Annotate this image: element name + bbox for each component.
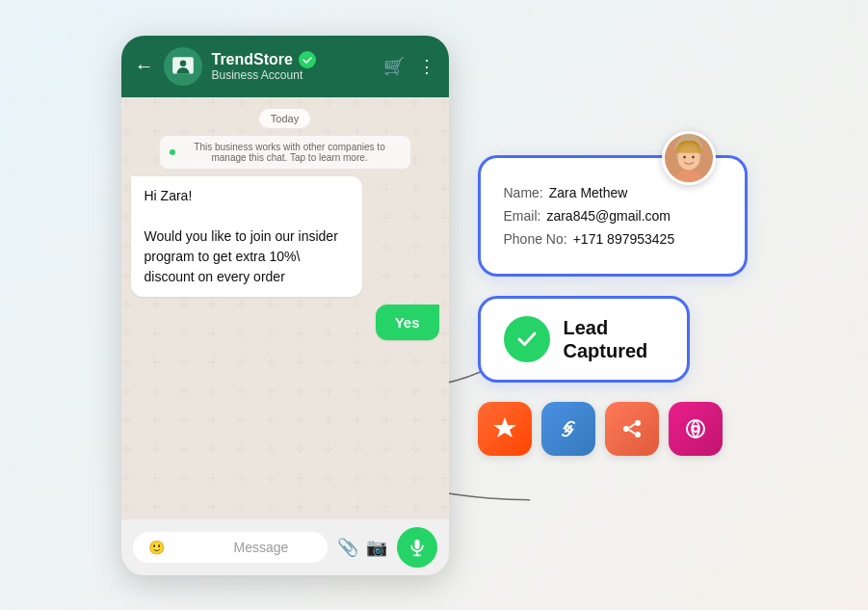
header-info: TrendStore Business Account bbox=[212, 51, 374, 82]
incoming-message: Hi Zara!Would you like to join our insid… bbox=[131, 176, 362, 297]
header-icons: 🛒 ⋮ bbox=[383, 56, 435, 77]
lead-captured-card: LeadCaptured bbox=[478, 296, 690, 383]
business-subtitle: Business Account bbox=[212, 68, 374, 82]
integrations-row bbox=[478, 402, 748, 456]
back-icon[interactable]: ← bbox=[135, 55, 154, 77]
svg-rect-2 bbox=[414, 539, 419, 548]
svg-point-9 bbox=[692, 155, 695, 158]
chain-link-icon[interactable] bbox=[541, 402, 595, 456]
system-dot bbox=[170, 149, 175, 155]
phone-label: Phone No: bbox=[504, 231, 567, 247]
store-icon[interactable]: 🛒 bbox=[383, 56, 405, 77]
svg-point-18 bbox=[694, 427, 697, 431]
verified-badge bbox=[299, 51, 316, 68]
svg-point-13 bbox=[635, 432, 641, 438]
svg-line-14 bbox=[629, 424, 635, 428]
date-badge: Today bbox=[259, 109, 310, 128]
menu-icon[interactable]: ⋮ bbox=[418, 56, 435, 77]
contact-card: Name: Zara Methew Email: zara845@gmail.c… bbox=[478, 155, 748, 277]
svg-point-12 bbox=[623, 426, 629, 432]
mic-button[interactable] bbox=[397, 527, 437, 568]
attachment-icon[interactable]: 📎 bbox=[337, 537, 358, 558]
chat-area: Today This business works with other com… bbox=[121, 97, 449, 519]
email-row: Email: zara845@gmail.com bbox=[504, 208, 722, 224]
emoji-icon[interactable]: 🙂 bbox=[148, 540, 226, 555]
whatsapp-header: ← TrendStore Business Account 🛒 bbox=[121, 36, 449, 97]
phone-row: Phone No: +171 897953425 bbox=[504, 231, 722, 247]
svg-point-8 bbox=[683, 155, 686, 158]
name-value: Zara Methew bbox=[549, 185, 628, 200]
email-label: Email: bbox=[504, 208, 541, 224]
phone-value: +171 897953425 bbox=[573, 231, 675, 247]
system-message[interactable]: This business works with other companies… bbox=[160, 136, 410, 169]
hubspot-icon[interactable] bbox=[605, 402, 659, 456]
email-value: zara845@gmail.com bbox=[546, 208, 671, 224]
scene: ← TrendStore Business Account 🛒 bbox=[102, 16, 767, 595]
svg-line-15 bbox=[629, 430, 635, 434]
outgoing-message: Yes bbox=[376, 305, 439, 340]
contact-avatar bbox=[662, 131, 716, 185]
title-row: TrendStore bbox=[212, 51, 374, 68]
business-name: TrendStore bbox=[212, 51, 293, 68]
phone-mockup: ← TrendStore Business Account 🛒 bbox=[121, 36, 449, 575]
name-label: Name: bbox=[504, 185, 543, 200]
attachment-icons: 📎 📷 bbox=[337, 537, 387, 558]
business-avatar bbox=[164, 47, 202, 86]
camera-icon[interactable]: 📷 bbox=[366, 537, 387, 558]
placeholder-text: Message bbox=[234, 540, 312, 555]
message-input-bar: 🙂 Message 📎 📷 bbox=[121, 519, 449, 575]
zapier-icon[interactable] bbox=[478, 402, 532, 456]
right-panel: Name: Zara Methew Email: zara845@gmail.c… bbox=[478, 155, 748, 456]
name-row: Name: Zara Methew bbox=[504, 185, 722, 200]
svg-point-11 bbox=[635, 420, 641, 426]
lead-captured-text: LeadCaptured bbox=[564, 316, 648, 362]
message-field[interactable]: 🙂 Message bbox=[133, 532, 328, 563]
message-text: Hi Zara!Would you like to join our insid… bbox=[145, 186, 349, 287]
eye-tracking-icon[interactable] bbox=[669, 402, 723, 456]
lead-check-icon bbox=[504, 316, 550, 362]
svg-point-1 bbox=[179, 60, 186, 66]
